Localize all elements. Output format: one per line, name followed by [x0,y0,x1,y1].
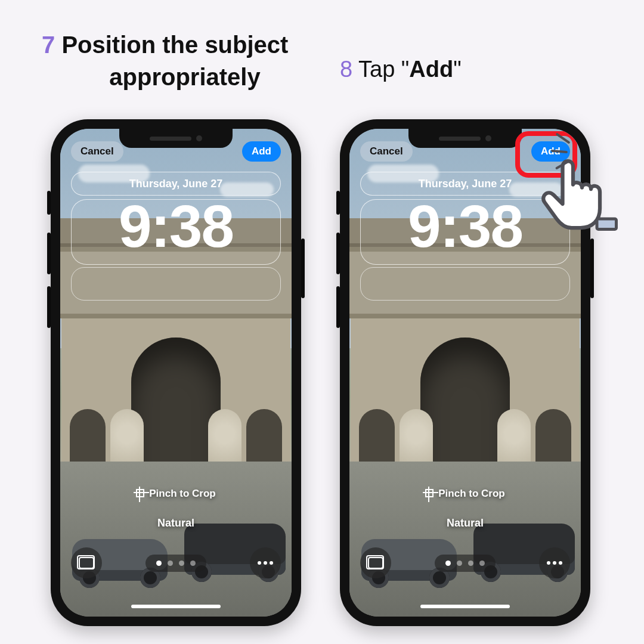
filter-name[interactable]: Natural [349,517,581,530]
photo-picker-button[interactable] [71,547,102,578]
cancel-button[interactable]: Cancel [71,141,123,162]
step-number: 8 [340,57,352,82]
crop-icon [136,489,144,497]
ellipsis-icon [258,561,273,565]
home-indicator[interactable] [420,605,510,608]
volume-up-button [47,233,51,274]
cancel-button[interactable]: Cancel [360,141,413,162]
clock-widget-frame[interactable] [71,199,281,265]
gallery-icon [368,557,383,569]
gallery-icon [79,557,94,569]
step-text-add: Add [409,57,453,82]
mute-switch [47,191,51,215]
svg-rect-0 [597,219,617,230]
more-options-button[interactable] [250,547,281,578]
power-button [301,239,305,298]
more-options-button[interactable] [539,547,570,578]
crop-icon [425,489,434,497]
pinch-to-crop-hint: Pinch to Crop [349,488,581,500]
phone-mockup-left: Cancel Add Thursday, June 27 9:38 Pinch … [51,119,301,626]
filter-pager[interactable] [145,555,206,572]
ellipsis-icon [547,561,562,565]
step-8-title: 8 Tap "Add" [340,57,462,82]
step-text-prefix: Tap [358,57,401,82]
widgets-slot[interactable] [360,267,570,301]
photo-picker-button[interactable] [360,547,391,578]
widgets-slot[interactable] [71,267,281,301]
phone-mockup-right: Cancel Add Thursday, June 27 9:38 Pinch … [340,119,590,626]
lockscreen-editor[interactable]: Cancel Add Thursday, June 27 9:38 Pinch … [60,129,292,617]
filter-pager[interactable] [435,555,496,572]
wallpaper-ground [60,462,292,617]
notch [408,129,522,148]
step-text: Position the subject [61,32,288,58]
pinch-to-crop-hint: Pinch to Crop [60,488,292,500]
step-number: 7 [42,32,55,58]
tap-hand-icon [534,144,624,236]
home-indicator[interactable] [131,605,221,608]
filter-name[interactable]: Natural [60,517,292,530]
step-7-title: 7 Position the subject appropriately [42,29,328,93]
add-button[interactable]: Add [242,141,281,162]
date-widget[interactable]: Thursday, June 27 [71,172,281,196]
step-text-line2: appropriately [42,61,328,93]
notch [119,129,233,148]
volume-down-button [47,286,51,328]
